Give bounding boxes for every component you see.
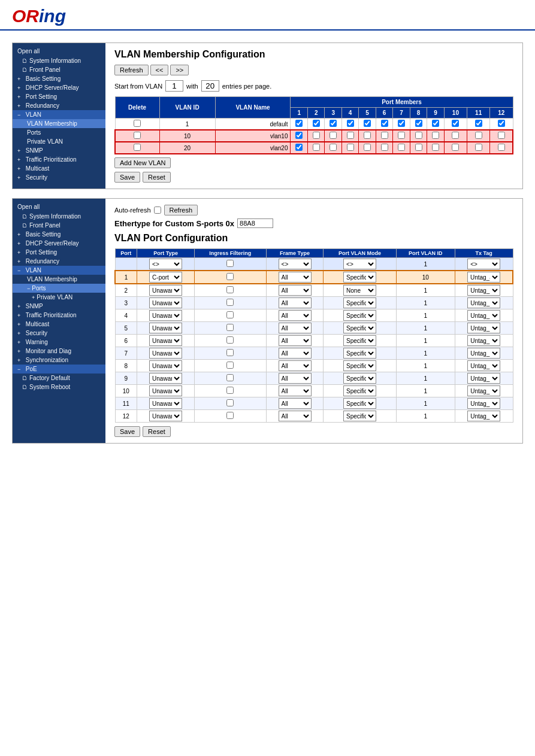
sidebar2-snmp[interactable]: + SNMP — [13, 302, 105, 311]
sidebar1-ports[interactable]: Ports — [13, 128, 105, 137]
refresh-btn1[interactable]: Refresh — [114, 65, 149, 75]
port-select-r0-c1[interactable]: C-portS-portS-custom-portUnaware — [149, 272, 182, 283]
port-select-r7-c6[interactable]: Untag_pvidUntag_allTag_all — [467, 360, 500, 371]
port-select-r0-c3[interactable]: AllTagged onlyUntagged only — [279, 272, 312, 283]
filter-select-6[interactable]: <>Untag_pvidUntag_allTag_all — [467, 259, 500, 269]
port-check-r2-p9[interactable] — [452, 144, 459, 151]
port-select-r2-c3[interactable]: AllTagged onlyUntagged only — [279, 297, 312, 308]
port-select-r5-c1[interactable]: C-portS-portS-custom-portUnaware — [149, 335, 182, 346]
filter-cb-2[interactable] — [226, 260, 234, 267]
filter-select-4[interactable]: <>NoneSpecific — [343, 259, 376, 269]
port-select-r6-c1[interactable]: C-portS-portS-custom-portUnaware — [149, 348, 182, 359]
port-select-r2-c6[interactable]: Untag_pvidUntag_allTag_all — [467, 297, 500, 308]
port-select-r4-c3[interactable]: AllTagged onlyUntagged only — [279, 323, 312, 333]
port-select-r9-c3[interactable]: AllTagged onlyUntagged only — [279, 385, 312, 396]
port-check-r0-p6[interactable] — [398, 120, 405, 127]
delete-checkbox-2[interactable] — [134, 144, 141, 151]
sidebar2-front-panel[interactable]: 🗋 Front Panel — [13, 221, 105, 230]
sidebar1-private-vlan[interactable]: Private VLAN — [13, 137, 105, 146]
port-check-r1-p10[interactable] — [475, 132, 482, 139]
port-select-r8-c6[interactable]: Untag_pvidUntag_allTag_all — [467, 373, 500, 384]
port-select-r11-c1[interactable]: C-portS-portS-custom-portUnaware — [149, 411, 182, 421]
port-check-r0-p11[interactable] — [498, 120, 505, 127]
port-select-r0-c4[interactable]: NoneSpecific — [343, 272, 376, 283]
port-check-r1-p3[interactable] — [347, 132, 354, 139]
sidebar2-poe[interactable]: − PoE — [13, 365, 105, 374]
port-select-r5-c4[interactable]: NoneSpecific — [343, 335, 376, 346]
port-check-r0-p9[interactable] — [452, 120, 459, 127]
port-check-r1-p9[interactable] — [452, 132, 459, 139]
port-check-r2-p4[interactable] — [364, 144, 371, 151]
port-check-r0-p8[interactable] — [432, 120, 439, 127]
port-check-r2-p1[interactable] — [313, 144, 320, 151]
port-check-r0-p7[interactable] — [415, 120, 422, 127]
sidebar1-vlan-membership[interactable]: VLAN Membership — [13, 119, 105, 128]
ethertype-input[interactable] — [237, 218, 273, 228]
port-check-r1-p7[interactable] — [415, 132, 422, 139]
port-check-r1-p5[interactable] — [381, 132, 388, 139]
port-select-r10-c1[interactable]: C-portS-portS-custom-portUnaware — [149, 398, 182, 409]
sidebar2-monitor[interactable]: + Monitor and Diag — [13, 347, 105, 356]
port-cb-r1-c2[interactable] — [226, 286, 234, 293]
sidebar1-multicast[interactable]: + Multicast — [13, 164, 105, 173]
sidebar2-traffic-prio[interactable]: + Traffic Prioritization — [13, 311, 105, 320]
sidebar2-multicast[interactable]: + Multicast — [13, 320, 105, 329]
filter-select-1[interactable]: <>C-portS-portS-custom-portUnaware — [149, 259, 182, 269]
port-check-r1-p1[interactable] — [313, 132, 320, 139]
sidebar2-redundancy[interactable]: + Redundancy — [13, 257, 105, 266]
port-select-r5-c3[interactable]: AllTagged onlyUntagged only — [279, 335, 312, 346]
prev-btn1[interactable]: << — [150, 65, 169, 75]
port-select-r0-c6[interactable]: Untag_pvidUntag_allTag_all — [467, 272, 500, 283]
port-check-r1-p4[interactable] — [364, 132, 371, 139]
sidebar1-port-setting[interactable]: + Port Setting — [13, 92, 105, 101]
sidebar2-vlan-membership[interactable]: VLAN Membership — [13, 275, 105, 284]
panel1-save-btn[interactable]: Save — [114, 172, 140, 183]
port-check-r1-p2[interactable] — [330, 132, 337, 139]
port-cb-r11-c2[interactable] — [226, 412, 234, 419]
port-check-r0-p3[interactable] — [347, 120, 354, 127]
port-check-r2-p10[interactable] — [475, 144, 482, 151]
port-check-r2-p0[interactable] — [295, 144, 303, 151]
port-check-r0-p4[interactable] — [364, 120, 371, 127]
sidebar2-warning[interactable]: + Warning — [13, 338, 105, 347]
port-cb-r8-c2[interactable] — [226, 374, 234, 381]
sidebar2-vlan[interactable]: − VLAN — [13, 266, 105, 275]
sidebar1-snmp[interactable]: + SNMP — [13, 146, 105, 155]
port-cb-r2-c2[interactable] — [226, 299, 234, 306]
port-cb-r7-c2[interactable] — [226, 362, 234, 369]
port-select-r5-c6[interactable]: Untag_pvidUntag_allTag_all — [467, 335, 500, 346]
port-check-r1-p8[interactable] — [432, 132, 439, 139]
port-select-r10-c4[interactable]: NoneSpecific — [343, 398, 376, 409]
port-select-r7-c4[interactable]: NoneSpecific — [343, 360, 376, 371]
port-check-r0-p2[interactable] — [330, 120, 337, 127]
port-select-r9-c6[interactable]: Untag_pvidUntag_allTag_all — [467, 385, 500, 396]
sidebar1-dhcp[interactable]: + DHCP Server/Relay — [13, 83, 105, 92]
port-select-r1-c4[interactable]: NoneSpecific — [343, 285, 376, 296]
port-select-r7-c1[interactable]: C-portS-portS-custom-portUnaware — [149, 360, 182, 371]
sidebar2-port-setting[interactable]: + Port Setting — [13, 248, 105, 257]
port-select-r8-c4[interactable]: NoneSpecific — [343, 373, 376, 384]
sidebar2-security[interactable]: + Security — [13, 329, 105, 338]
port-select-r10-c3[interactable]: AllTagged onlyUntagged only — [279, 398, 312, 409]
sidebar1-redundancy[interactable]: + Redundancy — [13, 101, 105, 110]
sidebar2-system-reboot[interactable]: 🗋 System Reboot — [13, 382, 105, 391]
port-select-r3-c6[interactable]: Untag_pvidUntag_allTag_all — [467, 310, 500, 321]
port-select-r4-c4[interactable]: NoneSpecific — [343, 323, 376, 333]
add-vlan-btn[interactable]: Add New VLAN — [114, 157, 171, 168]
port-select-r8-c3[interactable]: AllTagged onlyUntagged only — [279, 373, 312, 384]
port-select-r11-c3[interactable]: AllTagged onlyUntagged only — [279, 411, 312, 421]
port-check-r2-p5[interactable] — [381, 144, 388, 151]
port-select-r7-c3[interactable]: AllTagged onlyUntagged only — [279, 360, 312, 371]
sidebar2-system-info[interactable]: 🗋 System Information — [13, 212, 105, 221]
port-check-r0-p1[interactable] — [313, 120, 320, 127]
sidebar1-front-panel[interactable]: 🗋 Front Panel — [13, 65, 105, 74]
sidebar1-basic-setting[interactable]: + Basic Setting — [13, 74, 105, 83]
sidebar1-traffic-prio[interactable]: + Traffic Prioritization — [13, 155, 105, 164]
port-select-r3-c3[interactable]: AllTagged onlyUntagged only — [279, 310, 312, 321]
port-select-r4-c6[interactable]: Untag_pvidUntag_allTag_all — [467, 323, 500, 333]
sidebar2-factory-default[interactable]: 🗋 Factory Default — [13, 374, 105, 382]
port-select-r6-c4[interactable]: NoneSpecific — [343, 348, 376, 359]
filter-select-3[interactable]: <>AllTagged onlyUntagged only — [279, 259, 312, 269]
sidebar2-private-vlan[interactable]: + Private VLAN — [13, 293, 105, 302]
sidebar2-dhcp[interactable]: + DHCP Server/Relay — [13, 239, 105, 248]
